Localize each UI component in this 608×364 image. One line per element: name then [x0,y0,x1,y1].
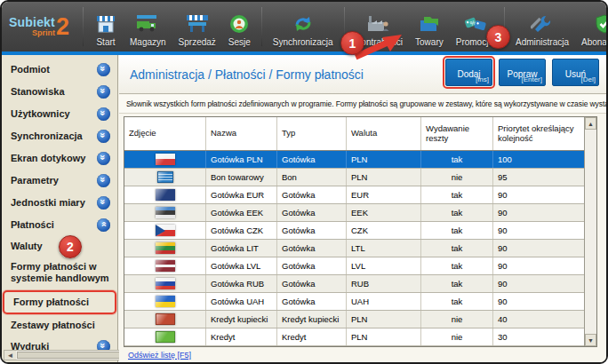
sidebar-item-label: Płatności [11,219,97,231]
toolbar-button-administracja[interactable]: Administracja [509,2,575,51]
toolbar-button-label: Towary [415,37,444,47]
chevron-down-icon[interactable]: » [97,63,110,76]
cell-priorytet-określający-kolejność: 95 [493,169,584,186]
toolbar-button-towary[interactable]: Towary [409,2,450,51]
toolbar: Subiekt Sprint 2 StartMagazynSprzedażSes… [2,2,606,51]
flag-cell [124,186,206,203]
toolbar-button-start[interactable]: Start [88,2,124,51]
sidebar-item-płatności[interactable]: Płatności» [2,214,117,236]
toolbar-button-label: Sesje [228,37,251,47]
chevron-down-icon[interactable]: » [97,85,110,99]
table-row[interactable]: Bon towarowyBonPLNnie95 [124,169,584,186]
sidebar-subitem-formy-płatności-w-systemie-handlowym[interactable]: Formy płatności w systemie handlowym [2,257,117,289]
table-row[interactable]: Gotówka UAHGotówkaUAHtak90 [124,293,584,311]
sidebar: Podmiot»Stanowiska»Użytkownicy»Synchroni… [2,55,118,362]
flag-cell [124,222,206,239]
folders-icon [417,12,442,36]
column-header-wydawanie-reszty[interactable]: Wydawanie reszty [421,117,493,150]
usuń-button[interactable]: Usuń[Del] [552,59,599,86]
cell-typ: Gotówka [277,186,347,203]
column-header-waluta[interactable]: Waluta [347,117,421,150]
cell-waluta: PLN [347,151,421,168]
scroll-left-icon[interactable]: ◄ [4,351,16,360]
logo-sprint: Sprint [32,29,55,37]
scrollbar-thumb[interactable] [17,352,122,359]
sidebar-item-jednostki-miary[interactable]: Jednostki miary» [2,192,117,214]
column-header-typ[interactable]: Typ [277,117,347,150]
cell-priorytet-określający-kolejność: 90 [493,204,584,221]
shield-check-icon [594,12,608,36]
scroll-down-icon[interactable]: ▼ [585,334,596,346]
chevron-down-icon[interactable]: » [97,196,110,210]
chevron-down-icon[interactable]: » [97,152,110,165]
cell-waluta: LVL [347,257,421,274]
sidebar-subitem-zestawy-płatności[interactable]: Zestawy płatności [2,315,117,336]
cell-priorytet-określający-kolejność: 90 [493,275,584,292]
cell-typ: Gotówka [277,293,347,310]
column-header-priorytet-określający-kolejność[interactable]: Priorytet określający kolejność [493,117,584,150]
sidebar-item-synchronizacja[interactable]: Synchronizacja» [2,125,117,147]
cell-typ [277,346,347,347]
toolbar-button-label: Magazyn [130,37,166,47]
cell-nazwa: Bon towarowy [206,169,277,186]
cell-waluta: PLN [347,169,421,186]
cell-wydawanie-reszty: nie [421,169,493,186]
sidebar-item-parametry[interactable]: Parametry» [2,170,117,192]
cell-wydawanie-reszty: tak [421,257,493,274]
cell-wydawanie-reszty: nie [421,328,493,345]
kredyt-kupiecki-flag-icon [156,313,175,325]
flag-cell [124,257,206,274]
popraw-button[interactable]: Popraw[Enter] [499,59,546,86]
column-header-nazwa[interactable]: Nazwa [206,117,277,150]
lit-flag-icon [156,242,175,254]
cell-typ: Kredyt kupiecki [277,311,347,328]
chevron-up-icon[interactable]: » [97,218,110,232]
toolbar-button-sesje[interactable]: Sesje [222,2,257,51]
cell-nazwa: Gotówka UAH [206,293,277,310]
eur-flag-icon [156,189,175,201]
column-header-zdjęcie[interactable]: Zdjęcie [124,117,206,150]
scroll-up-icon[interactable]: ▲ [585,117,596,130]
table-row[interactable]: Kredyt kupieckiKredyt kupieckiPLNnie40 [124,311,584,328]
table-row[interactable]: Gotówka RUBGotówkaRUBtak90 [124,275,584,293]
table-row[interactable]: Gotówka PLNGotówkaPLNtak100 [124,151,584,169]
sidebar-item-podmiot[interactable]: Podmiot» [2,59,117,81]
sidebar-item-użytkownicy[interactable]: Użytkownicy» [2,103,117,125]
table-row[interactable]: Gotówka LVLGotówkaLVLtak90 [124,257,584,275]
storefront-icon [94,12,117,36]
toolbar-button-abonament[interactable]: Abonament [575,2,608,51]
toolbar-button-synchronizacja[interactable]: Synchronizacja [267,2,340,51]
table-row[interactable]: Gotówka CZKGotówkaCZKtak90 [124,222,584,240]
table-row[interactable]: Gotówka LITGotówkaLTLtak90 [124,240,584,257]
annotation-step-3: 3 [486,25,510,49]
table-row[interactable]: KredytKredytPLNnie30 [124,328,584,346]
table-vertical-scrollbar[interactable]: ▲ ▼ [584,117,596,346]
sidebar-subitem-formy-płatności[interactable]: Formy płatności [3,290,116,314]
cell-nazwa: Gotówka EUR [206,186,277,203]
table-row[interactable] [124,346,584,347]
dodaj-button[interactable]: Dodaj[Ins] [445,59,492,86]
table-row[interactable]: Gotówka EURGotówkaEURtak90 [124,186,584,204]
flag-cell [124,311,206,328]
toolbar-button-sprzedaż[interactable]: Sprzedaż [172,2,222,51]
toolbar-right-group: AbonamentZablokuj [575,2,608,51]
table-row[interactable]: Gotówka EEKGotówkaEEKtak90 [124,204,584,222]
sidebar-item-ekran-dotykowy[interactable]: Ekran dotykowy» [2,147,117,170]
refresh-list-link[interactable]: Odśwież listę [F5] [128,351,191,360]
cell-wydawanie-reszty: tak [421,240,493,257]
cell-wydawanie-reszty [421,346,493,347]
market-stall-icon [185,12,210,36]
toolbar-separator [83,7,84,46]
partial-flag-icon [156,346,175,347]
cell-nazwa: Gotówka CZK [206,222,277,239]
cell-nazwa: Gotówka LVL [206,257,277,274]
cell-priorytet-określający-kolejność: 100 [493,151,584,168]
chevron-down-icon[interactable]: » [97,130,110,143]
cell-priorytet-określający-kolejność: 90 [493,222,584,239]
chevron-down-icon[interactable]: » [97,107,110,121]
sidebar-item-stanowiska[interactable]: Stanowiska» [2,81,117,103]
rub-flag-icon [156,278,175,289]
table-header-row: ZdjęcieNazwaTypWalutaWydawanie resztyPri… [124,117,584,151]
chevron-down-icon[interactable]: » [97,174,110,187]
toolbar-button-magazyn[interactable]: Magazyn [124,2,172,51]
